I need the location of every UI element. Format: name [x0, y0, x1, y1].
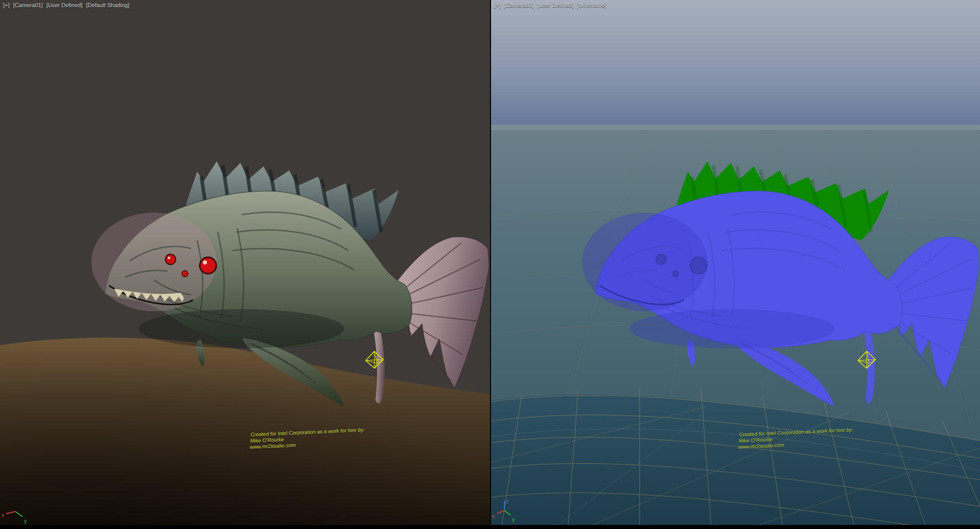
- scene-render-wireframe[interactable]: z x y: [491, 0, 980, 529]
- viewport-camera01-wireframe[interactable]: z x y [+] [Camera01] [User Defined] [Wir…: [491, 0, 980, 529]
- viewport-label-menu: [+] [Camera01] [User Defined] [Default S…: [3, 2, 131, 9]
- viewport-shading-menu[interactable]: [Default Shading]: [86, 2, 129, 8]
- axis-y-label: y: [24, 518, 27, 524]
- sky-background: [491, 0, 980, 125]
- viewport-shading-menu[interactable]: [Wireframe]: [577, 2, 607, 8]
- axis-x-label: x: [2, 513, 4, 518]
- viewport-expand-menu[interactable]: [+]: [494, 2, 501, 8]
- scene-render-shaded[interactable]: x y: [0, 0, 490, 529]
- axis-x-label: x: [492, 514, 495, 519]
- horizon-haze: [491, 125, 980, 130]
- viewport-camera-menu[interactable]: [Camera01]: [13, 2, 43, 8]
- bottom-border-strip: [0, 525, 980, 529]
- ground-shadow: [0, 329, 490, 529]
- viewport-expand-menu[interactable]: [+]: [3, 2, 10, 8]
- dual-viewport-stage: x y [+] [Camera01] [User Defined] [Defau…: [0, 0, 980, 529]
- axis-y-label: y: [512, 517, 515, 522]
- viewport-camera01-shaded[interactable]: x y [+] [Camera01] [User Defined] [Defau…: [0, 0, 490, 529]
- viewport-camera-menu[interactable]: [Camera01]: [504, 2, 534, 8]
- viewport-pov-menu[interactable]: [User Defined]: [46, 2, 82, 8]
- viewport-pov-menu[interactable]: [User Defined]: [537, 2, 573, 8]
- axis-z-label: z: [506, 499, 508, 504]
- viewport-label-menu: [+] [Camera01] [User Defined] [Wireframe…: [494, 2, 608, 9]
